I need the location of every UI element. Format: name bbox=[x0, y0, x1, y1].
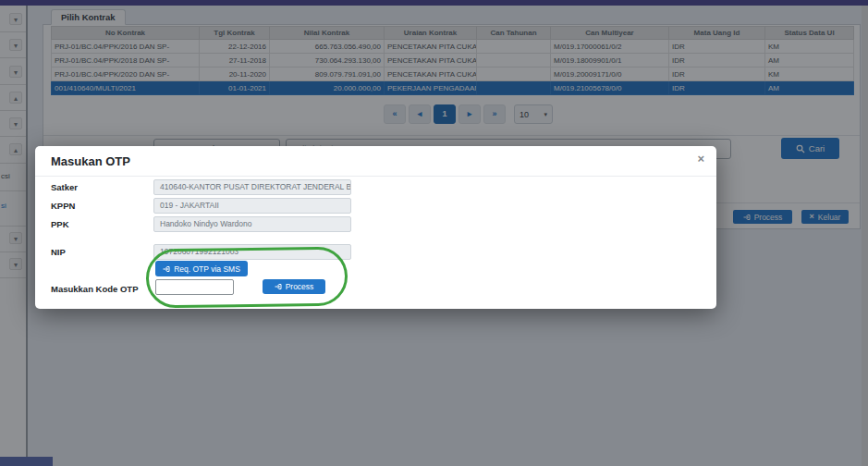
nip-field: 197206071992121003 bbox=[153, 244, 351, 260]
close-icon[interactable]: × bbox=[697, 153, 704, 165]
req-otp-sms-button[interactable]: Req. OTP via SMS bbox=[155, 261, 248, 276]
ppk-field: Handoko Nindyo Wardono bbox=[153, 216, 351, 232]
kppn-field: 019 - JAKARTAII bbox=[153, 198, 351, 214]
screen: ▾ ▾ ▾ ▴ ▾ ▴ csi si ▾ ▾ Pilih Kontrak No … bbox=[0, 0, 868, 466]
ppk-label: PPK bbox=[51, 219, 151, 229]
modal-process-label: Process bbox=[286, 282, 314, 291]
modal-title: Masukan OTP bbox=[51, 146, 130, 177]
otp-input[interactable] bbox=[155, 279, 234, 295]
req-otp-label: Req. OTP via SMS bbox=[174, 264, 240, 274]
satker-label: Satker bbox=[51, 182, 151, 192]
box-arrow-icon bbox=[163, 265, 170, 273]
status-bar-fragment bbox=[0, 457, 53, 466]
kppn-label: KPPN bbox=[51, 201, 151, 211]
modal-header: Masukan OTP × bbox=[35, 146, 716, 177]
satker-field: 410640-KANTOR PUSAT DIREKTORAT JENDERAL … bbox=[153, 179, 351, 195]
modal-process-button[interactable]: Process bbox=[263, 279, 325, 294]
box-arrow-icon bbox=[275, 283, 282, 290]
otp-modal: Masukan OTP × Satker 410640-KANTOR PUSAT… bbox=[35, 146, 716, 309]
nip-label: NIP bbox=[51, 247, 151, 257]
otp-label: Masukkan Kode OTP bbox=[51, 284, 151, 294]
